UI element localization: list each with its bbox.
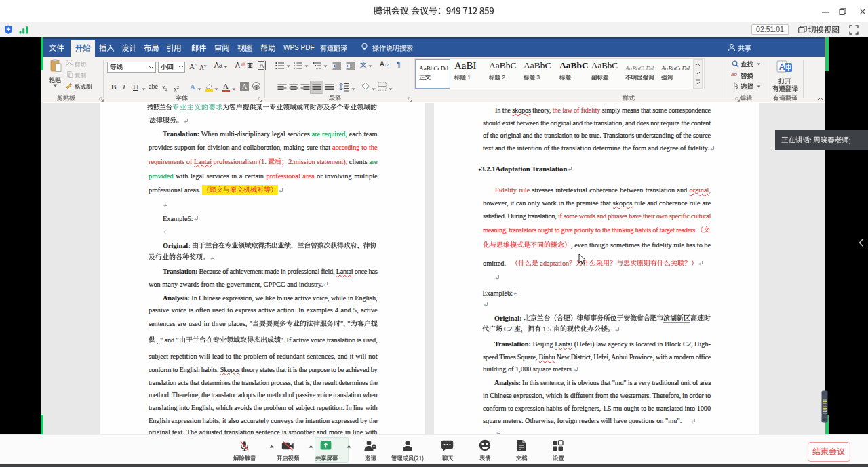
svg-text:A: A (779, 62, 785, 72)
